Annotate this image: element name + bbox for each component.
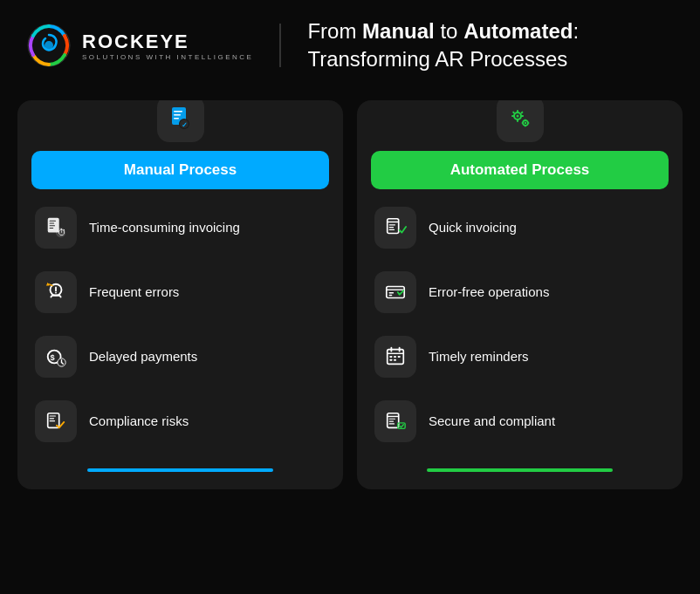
svg-rect-28 [50, 418, 55, 419]
header-divider [279, 24, 281, 67]
main-content: ✓ Manual Process ⏱ [0, 100, 700, 489]
automated-panel: Automated Process Quick invoicing [357, 100, 683, 489]
logo-text: ROCKEYE SOLUTIONS WITH INTELLIGENCE [82, 31, 253, 61]
svg-rect-47 [389, 227, 395, 228]
quick-invoicing-icon [384, 216, 407, 239]
title-bold1: Manual [362, 19, 435, 43]
manual-item-1-icon-bg: ⏱ [35, 207, 77, 249]
svg-rect-42 [521, 122, 523, 124]
svg-rect-48 [389, 229, 395, 230]
header: ROCKEYE SOLUTIONS WITH INTELLIGENCE From… [0, 0, 700, 92]
svg-rect-51 [389, 292, 395, 293]
svg-rect-64 [389, 419, 395, 420]
rockeye-logo-icon [26, 23, 72, 68]
automated-item-2-icon-bg [374, 271, 416, 313]
title-line2: Transforming AR Processes [307, 45, 579, 73]
manual-item-1-label: Time-consuming invoicing [89, 220, 240, 235]
svg-rect-57 [390, 356, 393, 358]
automated-item-1-icon-bg [374, 207, 416, 249]
svg-rect-3 [174, 111, 182, 113]
manual-item-3-label: Delayed payments [89, 349, 197, 364]
svg-rect-33 [517, 119, 518, 122]
compliance-risks-icon [45, 410, 67, 433]
error-free-icon [384, 281, 407, 304]
svg-text:✓: ✓ [182, 121, 188, 129]
svg-point-18 [55, 291, 57, 293]
title-part2: to [435, 19, 463, 43]
delayed-payments-icon: $ [45, 345, 67, 368]
svg-rect-10 [50, 220, 56, 221]
manual-item-3: $ Delayed payments [31, 329, 329, 385]
manual-item-4: Compliance risks [31, 393, 329, 449]
svg-rect-43 [527, 122, 529, 124]
manual-item-2: Frequent errors [31, 264, 329, 320]
manual-process-icon: ✓ [167, 105, 195, 133]
manual-panel-items: ⏱ Time-consuming invoicing [17, 189, 343, 460]
svg-rect-35 [521, 115, 524, 117]
time-consuming-invoice-icon: ⏱ [45, 216, 67, 239]
automated-item-4-label: Secure and compliant [429, 413, 555, 428]
svg-rect-29 [50, 420, 55, 421]
svg-rect-66 [389, 423, 395, 424]
logo-tagline: SOLUTIONS WITH INTELLIGENCE [82, 53, 253, 61]
svg-rect-65 [389, 420, 395, 421]
svg-rect-61 [394, 359, 396, 361]
svg-rect-5 [174, 118, 179, 119]
automated-item-4-icon-bg [374, 400, 416, 442]
automated-icon-wrapper [357, 100, 683, 142]
secure-compliant-icon [384, 410, 407, 433]
logo-area: ROCKEYE SOLUTIONS WITH INTELLIGENCE [26, 23, 253, 68]
logo-name: ROCKEYE [82, 31, 253, 53]
svg-rect-11 [50, 222, 55, 223]
automated-item-2-label: Error-free operations [429, 284, 549, 299]
title-part1: From [307, 19, 362, 43]
svg-rect-58 [394, 356, 396, 358]
svg-point-1 [45, 41, 53, 50]
frequent-errors-icon [45, 281, 67, 304]
header-title: From Manual to Automated: Transforming A… [307, 17, 579, 74]
manual-icon-bg: ✓ [157, 100, 204, 142]
manual-panel-header: Manual Process [31, 151, 329, 189]
svg-text:$: $ [51, 352, 56, 361]
svg-text:⏱: ⏱ [58, 228, 66, 237]
title-bold2: Automated [463, 19, 573, 43]
svg-rect-32 [517, 110, 518, 113]
timely-reminders-icon [384, 345, 407, 368]
svg-point-39 [524, 122, 525, 124]
svg-rect-59 [398, 356, 401, 358]
svg-rect-13 [50, 228, 54, 229]
manual-item-4-icon-bg [35, 400, 77, 442]
automated-item-3-label: Timely reminders [429, 349, 528, 364]
manual-item-2-label: Frequent errors [89, 284, 179, 299]
svg-rect-41 [525, 125, 526, 126]
svg-rect-27 [50, 415, 56, 416]
automated-panel-items: Quick invoicing Error-free operations [357, 189, 683, 460]
automated-item-1-label: Quick invoicing [429, 220, 517, 235]
automated-panel-header: Automated Process [371, 151, 669, 189]
svg-rect-60 [390, 359, 393, 361]
manual-panel-bar [87, 468, 273, 472]
svg-rect-40 [525, 119, 526, 120]
manual-item-3-icon-bg: $ [35, 336, 77, 378]
svg-rect-44 [388, 219, 399, 234]
automated-item-1: Quick invoicing [371, 200, 669, 256]
automated-panel-bar [427, 468, 613, 472]
svg-rect-4 [174, 114, 181, 116]
manual-item-2-icon-bg [35, 271, 77, 313]
automated-item-4: Secure and compliant [371, 393, 669, 449]
manual-panel: ✓ Manual Process ⏱ [17, 100, 343, 489]
manual-item-4-label: Compliance risks [89, 413, 189, 428]
automated-icon-bg [497, 100, 544, 142]
automated-item-2: Error-free operations [371, 264, 669, 320]
automated-item-3-icon-bg [374, 336, 416, 378]
automated-process-icon [506, 105, 534, 133]
manual-icon-wrapper: ✓ [17, 100, 343, 142]
svg-rect-34 [511, 115, 514, 117]
automated-item-3: Timely reminders [371, 329, 669, 385]
svg-rect-12 [50, 225, 55, 226]
svg-rect-46 [389, 224, 395, 225]
manual-item-1: ⏱ Time-consuming invoicing [31, 200, 329, 256]
svg-point-31 [516, 114, 518, 117]
title-colon: : [573, 19, 579, 43]
svg-rect-52 [389, 295, 393, 296]
